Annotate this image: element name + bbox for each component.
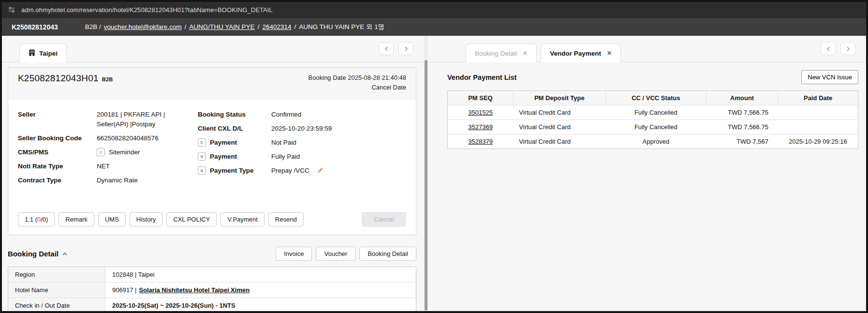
breadcrumb: B2B / voucher.hotel@pkfare.com / AUNG/TH… [85,23,385,31]
chevron-right-icon [846,46,851,52]
field-seller-booking-code: Seller Booking Code 66250828204048576 [18,134,198,143]
site-settings-icon[interactable] [8,6,15,14]
close-icon[interactable]: ✕ [607,50,612,57]
booking-detail-collapse[interactable]: Booking Detail [8,250,68,258]
cancel-date: Cancel Date [309,83,406,92]
hotel-icon [29,49,35,58]
chevron-left-icon [384,46,389,52]
seller-email-link[interactable]: voucher.hotel@pkfare.com [104,23,182,30]
field-client-cxl-dl: Client CXL D/L 2025-10-20 23:59:59 [198,124,406,134]
history-button[interactable]: History [130,212,162,226]
url-text[interactable]: adm.ohmyhotel.com/reservation/hotel/K250… [21,6,273,14]
v-payment-button[interactable]: V.Payment [221,212,264,226]
tab-booking-detail[interactable]: Booking Detail ✕ [466,44,537,62]
col-paid-date: Paid Date [778,91,858,105]
separator: / [185,23,187,30]
booking-status-value: Confirmed [271,110,301,119]
tab-label: Booking Detail [475,50,517,57]
booking-date: Booking Date 2025-08-28 21:40:48 [309,73,406,83]
table-row: 3528379 Virtual Credit Card Approved TWD… [448,134,858,149]
field-seller: Seller 200181 | PKFARE API | Seller(API)… [18,110,198,129]
c-badge: c [97,148,105,156]
chevron-left-icon [826,46,831,52]
booking-id-title: K25082812043H01B2B [18,73,113,92]
table-row-region: Region 102848 | Taipei [8,267,416,283]
c-badge: c [198,138,206,147]
pm-seq-link[interactable]: 3528379 [468,138,493,145]
v-badge: v [198,152,206,161]
edit-payment-type-icon[interactable] [316,167,324,174]
separator: / [258,23,260,30]
field-noti-rate-type: Noti Rate Type NET [18,162,198,171]
browser-url-bar[interactable]: adm.ohmyhotel.com/reservation/hotel/K250… [2,2,866,18]
booking-detail-button[interactable]: Booking Detail [359,247,416,261]
pm-seq-link[interactable]: 3527369 [468,123,493,131]
tab-label: Taipei [39,50,58,57]
field-booking-status: Booking Status Confirmed [198,110,406,119]
field-cms-pms: CMS/PMS c Siteminder [18,148,198,157]
booking-summary-card: K25082812043H01B2B Booking Date 2025-08-… [8,67,416,235]
status-cell: Approved [605,134,706,149]
guest-name-link[interactable]: AUNG/THU YAIN PYE [189,23,254,30]
tabs-prev-button[interactable] [379,42,394,55]
col-cc-vcc-status: CC / VCC Status [605,91,706,105]
tabs-next-button[interactable] [398,42,413,55]
chevron-up-icon [62,252,68,256]
pm-seq-link[interactable]: 3501525 [468,109,493,116]
vendor-payment-list-title: Vendor Payment List [447,74,516,81]
b2b-badge: B2B [102,76,113,82]
field-v-payment-type: v Payment Type Prepay /VCC [198,166,406,176]
reservation-header-bar: K25082812043 B2B / voucher.hotel@pkfare.… [2,18,866,36]
right-tab-bar: Booking Detail ✕ Vendor Payment ✕ [428,36,866,62]
table-row: 3527369 Virtual Credit Card Fully Cancel… [448,120,858,134]
vendor-payment-pane: Booking Detail ✕ Vendor Payment ✕ [428,36,866,311]
vendor-payment-table: PM SEQ PM Deposit Type CC / VCC Status A… [447,90,858,149]
new-vcn-issue-button[interactable]: New VCN Issue [801,70,858,84]
party-label: AUNG THU YAIN PYE 외 1명 [299,23,384,31]
booking-code: K25082812043 [12,23,58,31]
booking-detail-section: Booking Detail Invoice Voucher Booking D… [8,247,416,313]
status-cell: Fully Cancelled [605,105,706,120]
channel-label: B2B / [85,23,101,30]
field-c-payment: c Payment Not Paid [198,138,406,148]
invoice-button[interactable]: Invoice [276,247,312,261]
one-to-one-button[interactable]: 1:1 (0/0) [18,212,55,226]
v-badge: v [198,166,206,175]
cxl-policy-button[interactable]: CXL POLICY [166,212,217,226]
remark-button[interactable]: Remark [59,212,94,226]
ums-button[interactable]: UMS [98,212,126,226]
table-row: 3501525 Virtual Credit Card Fully Cancel… [448,105,858,120]
cancel-button[interactable]: Cancel [362,212,406,227]
booking-detail-table: Region 102848 | Taipei Hotel Name 906917… [8,267,416,313]
col-pm-deposit-type: PM Deposit Type [513,91,605,105]
pane-divider-scrollbar[interactable] [424,36,428,311]
field-v-payment: v Payment Fully Paid [198,152,406,162]
tab-label: Vendor Payment [550,50,601,57]
status-cell: Fully Cancelled [605,120,706,134]
table-row-checkin-out: Check in / Out Date 2025-10-25(Sat) ~ 20… [8,298,416,313]
hotel-name-link[interactable]: Solaria Nishitetsu Hotel Taipei Ximen [139,286,250,294]
tabs-next-button[interactable] [840,42,855,55]
col-amount: Amount [706,91,778,105]
table-row-hotel-name: Hotel Name 906917 | Solaria Nishitetsu H… [8,283,416,298]
table-header-row: PM SEQ PM Deposit Type CC / VCC Status A… [448,91,858,105]
booking-pane: Taipei K25082812043H01B2B [2,36,424,311]
tabs-prev-button[interactable] [821,42,836,55]
col-pm-seq: PM SEQ [448,91,514,105]
resend-button[interactable]: Resend [268,212,304,226]
voucher-button[interactable]: Voucher [316,247,355,261]
field-contract-type: Contract Type Dynamic Rate [18,176,198,185]
separator: / [294,23,296,30]
scrollbar-thumb[interactable] [425,60,427,311]
client-ref-link[interactable]: 26402314 [262,23,291,30]
tab-taipei[interactable]: Taipei [19,44,67,62]
close-icon[interactable]: ✕ [523,50,528,57]
browser-window: adm.ohmyhotel.com/reservation/hotel/K250… [0,0,868,313]
tab-vendor-payment[interactable]: Vendor Payment ✕ [541,44,621,62]
chevron-right-icon [404,46,409,52]
left-tab-bar: Taipei [2,36,424,62]
